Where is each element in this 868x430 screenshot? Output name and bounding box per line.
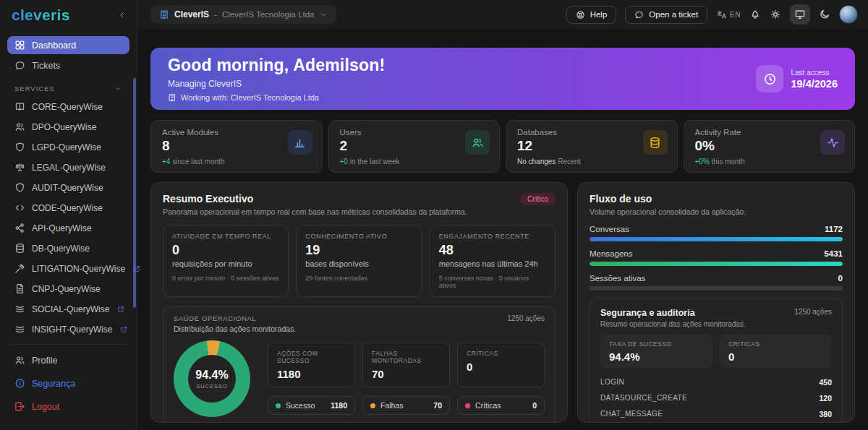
sidebar-item-label: CORE-QueryWise (32, 102, 103, 112)
metric-label: ENGAJAMENTO RECENTE (439, 233, 546, 240)
hstat-label: AÇÕES COM SUCESSO (277, 350, 346, 364)
bar-label: Sessões ativas (590, 274, 645, 283)
monitor-icon (794, 9, 806, 20)
sec-stat-value: 0 (728, 351, 823, 363)
sidebar-item-logout[interactable]: Logout (7, 397, 129, 416)
chat-icon (14, 60, 25, 71)
bar-value: 5431 (824, 249, 843, 258)
bell-icon[interactable] (749, 9, 761, 20)
sidebar-item-cnpj-querywise[interactable]: CNPJ-QueryWise (7, 280, 129, 298)
sidebar-item-tickets[interactable]: Tickets (7, 56, 129, 74)
metric-value: 19 (305, 243, 412, 258)
sidebar-item-insight-querywise[interactable]: INSIGHT-QueryWise (7, 320, 129, 338)
building-icon (159, 9, 169, 20)
executive-header: Resumo Executivo Panorama operacional em… (163, 193, 556, 216)
legend-critical: Críticas 0 (457, 396, 545, 415)
stat-card-activity-rate: Activity Rate 0% +0% this month (684, 120, 856, 173)
last-access: Last access 19/4/2026 (756, 65, 838, 93)
external-link-icon (120, 326, 127, 333)
theme-system-toggle[interactable] (790, 4, 810, 25)
legend-label: Sucesso (286, 401, 315, 410)
sidebar-section-services[interactable]: SERVICES (14, 85, 122, 93)
shield-icon (14, 142, 25, 152)
security-header: Segurança e auditoria 1250 ações (600, 308, 832, 318)
hstat-value: 70 (372, 368, 441, 380)
shield-icon (14, 182, 25, 193)
sidebar-item-label: CNPJ-QueryWise (32, 284, 101, 294)
help-button[interactable]: Help (566, 6, 617, 24)
logout-icon (14, 401, 25, 412)
sidebar-item-label: LEGAL-QueryWise (32, 163, 106, 173)
legend-value: 1180 (331, 401, 347, 410)
open-ticket-button[interactable]: Open a ticket (625, 6, 707, 24)
sidebar-item-dashboard[interactable]: Dashboard (7, 36, 129, 54)
stat-card-databases: Databases 12 No changes Recent (506, 120, 678, 173)
sidebar-scrollbar[interactable] (133, 78, 136, 308)
sidebar-item-code-querywise[interactable]: CODE-QueryWise (7, 199, 129, 217)
moon-icon[interactable] (819, 9, 830, 20)
sidebar-item-dpo-querywise[interactable]: DPO-QueryWise (7, 118, 129, 136)
metric-footnote: 5 conversas novas · 0 usuários ativos (439, 275, 546, 289)
sidebar-item-label: DB-QueryWise (32, 244, 90, 254)
book-icon (14, 101, 25, 112)
usage-subtitle: Volume operacional consolidado da aplica… (590, 207, 843, 216)
success-donut-chart: 94.4% SUCESSO (174, 340, 250, 417)
metric-unit: bases disponíveis (305, 259, 412, 268)
sidebar-item-seguranca[interactable]: Segurança (7, 374, 129, 393)
security-row-login: LOGIN 450 (600, 374, 832, 390)
user-avatar[interactable] (839, 5, 858, 24)
bar-row: Sessões ativas 0 (590, 274, 843, 283)
security-row-datasource-create: DATASOURCE_CREATE 120 (600, 390, 832, 406)
share-icon (14, 223, 25, 233)
stat-icon-box (820, 130, 845, 155)
donut-center: 94.4% SUCESSO (188, 355, 236, 403)
sidebar-item-profile[interactable]: Profile (7, 351, 129, 370)
hstat-failures: FALHAS MONITORADAS 70 (362, 343, 450, 387)
gavel-icon (14, 263, 25, 274)
health-body: 94.4% SUCESSO AÇÕES COM SUCESSO 1180 FAL… (174, 340, 545, 417)
security-total-actions: 1250 ações (794, 308, 832, 316)
sidebar-item-lgpd-querywise[interactable]: LGPD-QueryWise (7, 138, 129, 156)
grid-icon (14, 40, 25, 51)
external-link-icon (117, 306, 124, 313)
sidebar-item-label: DPO-QueryWise (32, 122, 96, 132)
file-icon (14, 283, 25, 294)
hstat-label: FALHAS MONITORADAS (372, 350, 441, 364)
metric-unit: mensagens nas últimas 24h (439, 259, 546, 268)
sec-row-label: LOGIN (600, 378, 624, 387)
topbar: CleverIS - CleverIS Tecnologia Ltda Help… (137, 0, 868, 29)
users-icon (14, 121, 25, 132)
sidebar-item-social-querywise[interactable]: SOCIAL-QueryWise (7, 300, 129, 318)
sidebar-item-legal-querywise[interactable]: LEGAL-QueryWise (7, 158, 129, 176)
chevron-left-icon (118, 11, 127, 20)
sidebar-item-db-querywise[interactable]: DB-QueryWise (7, 239, 129, 257)
users-icon (472, 137, 484, 149)
sidebar-collapse-button[interactable] (118, 11, 127, 20)
content-row: Resumo Executivo Panorama operacional em… (150, 182, 855, 423)
hstat-success: AÇÕES COM SUCESSO 1180 (268, 343, 355, 387)
metric-box-realtime: ATIVIDADE EM TEMPO REAL 0 requisições po… (163, 225, 289, 297)
sec-stat-label: TAXA DE SUCESSO (609, 340, 704, 348)
sidebar-item-api-querywise[interactable]: API-QueryWise (7, 219, 129, 237)
sidebar-item-label: AUDIT-QueryWise (32, 183, 103, 193)
usage-title: Fluxo de uso (590, 193, 843, 205)
tenant-selector[interactable]: CleverIS - CleverIS Tecnologia Ltda (150, 5, 336, 24)
progress-fill (590, 262, 843, 266)
language-switcher[interactable]: EN (716, 9, 741, 20)
metric-label: CONHECIMENTO ATIVO (305, 233, 412, 240)
progress-track (590, 286, 843, 291)
metric-box-knowledge: CONHECIMENTO ATIVO 19 bases disponíveis … (296, 225, 422, 297)
sun-icon[interactable] (770, 9, 781, 20)
sidebar-item-label: API-QueryWise (32, 223, 92, 233)
layers-icon (14, 304, 25, 314)
sidebar-item-audit-querywise[interactable]: AUDIT-QueryWise (7, 179, 129, 197)
sidebar-item-core-querywise[interactable]: CORE-QueryWise (7, 98, 129, 116)
code-icon (14, 202, 25, 213)
hstat-value: 0 (467, 361, 535, 373)
status-badge: Crítico (520, 193, 556, 205)
usage-bar-sessoes: Sessões ativas 0 (590, 274, 843, 291)
database-icon (649, 137, 661, 149)
sidebar-item-litigation-querywise[interactable]: LITIGATION-QueryWise (7, 259, 129, 278)
metric-unit: requisições por minuto (172, 259, 279, 268)
sec-row-label: CHAT_MESSAGE (600, 410, 663, 418)
